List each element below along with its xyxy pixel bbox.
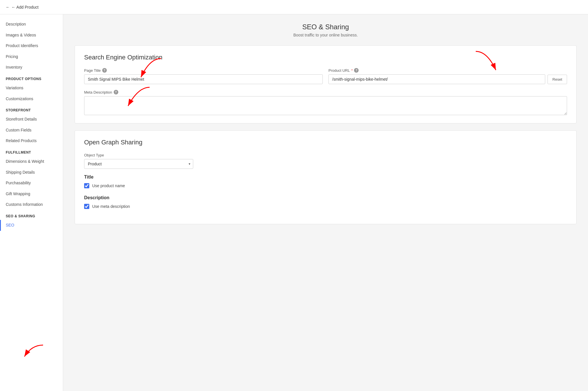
page-title-help-icon[interactable]: ? bbox=[102, 68, 107, 73]
sidebar-item-inventory[interactable]: Inventory bbox=[0, 62, 63, 73]
page-header: SEO & Sharing Boost traffic to your onli… bbox=[75, 23, 577, 37]
back-arrow-icon: ← bbox=[6, 5, 10, 9]
page-title-group: Page Title ? bbox=[84, 68, 323, 84]
object-type-label: Object Type bbox=[84, 153, 567, 157]
back-button[interactable]: ← ← Add Product bbox=[6, 5, 38, 9]
page-subtitle: Boost traffic to your online business. bbox=[75, 33, 577, 37]
og-description-section: Description Use meta description bbox=[84, 195, 567, 209]
og-card: Open Graph Sharing Object Type Product W… bbox=[75, 130, 577, 224]
sidebar-item-seo[interactable]: SEO bbox=[0, 220, 63, 231]
sidebar-item-images-videos[interactable]: Images & Videos bbox=[0, 30, 63, 41]
sidebar-item-pricing[interactable]: Pricing bbox=[0, 51, 63, 62]
product-url-label: Product URL * ? bbox=[328, 68, 567, 73]
sidebar-item-variations[interactable]: Variations bbox=[0, 83, 63, 94]
sidebar-item-custom-fields[interactable]: Custom Fields bbox=[0, 125, 63, 136]
og-title-section: Title Use product name bbox=[84, 175, 567, 188]
use-product-name-checkbox[interactable] bbox=[84, 183, 89, 188]
use-meta-description-checkbox[interactable] bbox=[84, 204, 89, 209]
meta-description-label: Meta Description ? bbox=[84, 90, 567, 94]
sidebar-section-storefront: STOREFRONT bbox=[0, 104, 63, 114]
product-url-help-icon[interactable]: ? bbox=[354, 68, 359, 73]
product-url-input[interactable] bbox=[328, 74, 545, 84]
sidebar-item-purchasability[interactable]: Purchasability bbox=[0, 178, 63, 189]
sidebar-item-related-products[interactable]: Related Products bbox=[0, 136, 63, 146]
use-product-name-label[interactable]: Use product name bbox=[92, 183, 125, 188]
sidebar-section-fulfillment: FULFILLMENT bbox=[0, 146, 63, 156]
object-type-select-wrapper: Product Website Article ▾ bbox=[84, 159, 193, 169]
sidebar-section-product-options: PRODUCT OPTIONS bbox=[0, 73, 63, 83]
sidebar-item-customizations[interactable]: Customizations bbox=[0, 94, 63, 104]
object-type-group: Object Type Product Website Article ▾ bbox=[84, 153, 567, 169]
og-description-checkbox-row: Use meta description bbox=[84, 204, 567, 209]
sidebar: Description Images & Videos Product Iden… bbox=[0, 14, 63, 391]
seo-section-title: Search Engine Optimization bbox=[84, 54, 567, 61]
og-description-heading: Description bbox=[84, 195, 567, 200]
og-section-title: Open Graph Sharing bbox=[84, 139, 567, 146]
sidebar-item-customs-information[interactable]: Customs Information bbox=[0, 199, 63, 210]
reset-button[interactable]: Reset bbox=[548, 75, 567, 84]
page-title-label: Page Title ? bbox=[84, 68, 323, 73]
main-content: SEO & Sharing Boost traffic to your onli… bbox=[63, 14, 588, 391]
page-title: SEO & Sharing bbox=[75, 23, 577, 31]
app-header: ← ← Add Product bbox=[0, 0, 588, 14]
sidebar-item-description[interactable]: Description bbox=[0, 19, 63, 30]
sidebar-item-gift-wrapping[interactable]: Gift Wrapping bbox=[0, 189, 63, 200]
product-url-group: Product URL * ? Reset bbox=[328, 68, 567, 84]
header-title: ← Add Product bbox=[11, 5, 38, 9]
required-star: * bbox=[351, 68, 353, 73]
sidebar-item-dimensions-weight[interactable]: Dimensions & Weight bbox=[0, 156, 63, 167]
meta-description-input[interactable] bbox=[84, 96, 567, 115]
meta-description-group: Meta Description ? bbox=[84, 90, 567, 115]
object-type-select[interactable]: Product Website Article bbox=[84, 159, 193, 169]
og-title-checkbox-row: Use product name bbox=[84, 183, 567, 188]
sidebar-item-shipping-details[interactable]: Shipping Details bbox=[0, 167, 63, 178]
use-meta-description-label[interactable]: Use meta description bbox=[92, 204, 130, 209]
page-title-input[interactable] bbox=[84, 74, 323, 84]
seo-card: Search Engine Optimization bbox=[75, 45, 577, 123]
sidebar-item-storefront-details[interactable]: Storefront Details bbox=[0, 114, 63, 125]
sidebar-item-product-identifiers[interactable]: Product Identifiers bbox=[0, 40, 63, 51]
seo-title-url-row: Page Title ? Product URL * ? Reset bbox=[84, 68, 567, 84]
og-title-heading: Title bbox=[84, 175, 567, 180]
url-input-group: Reset bbox=[328, 74, 567, 84]
sidebar-section-seo: SEO & SHARING bbox=[0, 210, 63, 220]
meta-desc-help-icon[interactable]: ? bbox=[114, 90, 118, 94]
